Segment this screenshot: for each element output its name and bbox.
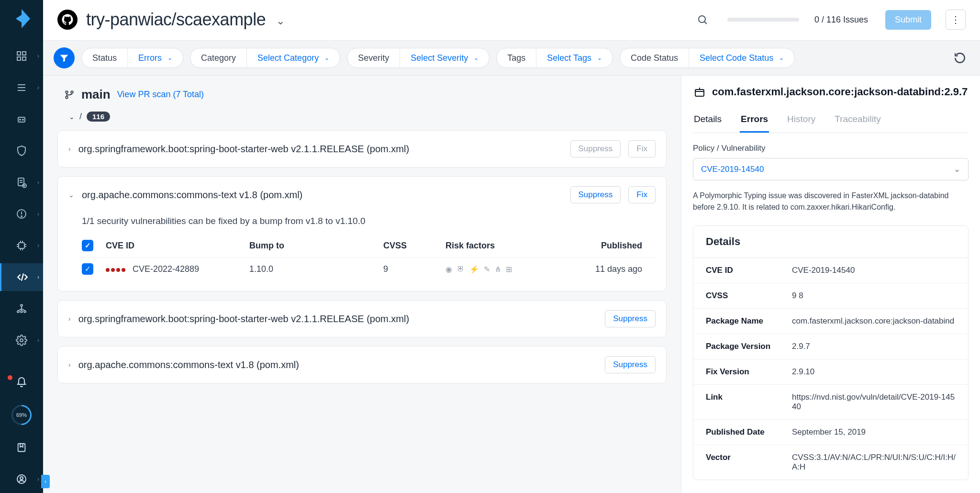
severity-dots-icon [106, 268, 125, 272]
suppress-button[interactable]: Suppress [605, 356, 656, 373]
detail-key: Package Name [706, 316, 792, 326]
suppress-button[interactable]: Suppress [570, 140, 621, 157]
nav-item-doc-check[interactable]: › [0, 168, 43, 196]
search-icon[interactable] [696, 13, 709, 26]
svg-point-37 [699, 16, 705, 22]
svg-rect-1 [17, 52, 21, 55]
tab-traceability[interactable]: Traceability [834, 111, 881, 133]
filter-severity-value[interactable]: Select Severity [411, 53, 468, 63]
repo-title[interactable]: try-panwiac/scaexample [86, 10, 266, 30]
chevron-down-icon: ⌄ [954, 164, 960, 174]
policy-label: Policy / Vulnerability [693, 144, 969, 153]
filter-category: Category Select Category⌄ [190, 48, 340, 68]
package-name[interactable]: org.apache.commons:commons-text v1.8 (po… [78, 359, 598, 370]
detail-key: Fix Version [706, 367, 792, 377]
tab-details[interactable]: Details [693, 111, 723, 133]
nav-item-dashboard[interactable]: › [0, 42, 43, 70]
fix-button[interactable]: Fix [628, 140, 656, 157]
table-row[interactable]: ✓ CVE-2022-42889 1.10.0 9 ◉⛨⚡✎⋔⊞ [78, 258, 656, 280]
svg-point-40 [66, 96, 68, 99]
view-pr-scan-link[interactable]: View PR scan (7 Total) [117, 90, 204, 100]
svg-marker-0 [16, 9, 30, 28]
svg-point-29 [21, 311, 22, 313]
detail-value: 9 8 [792, 291, 956, 301]
detail-value: com.fasterxml.jackson.core:jackson-datab… [792, 316, 956, 326]
filter-code-status-label: Code Status [631, 53, 678, 63]
filter-toggle-button[interactable] [54, 47, 75, 68]
fix-button[interactable]: Fix [628, 186, 656, 203]
nav-item-code[interactable]: › [0, 263, 43, 291]
filter-severity-label: Severity [358, 53, 389, 63]
suppress-button[interactable]: Suppress [605, 310, 656, 327]
col-risk: Risk factors [445, 241, 541, 251]
package-icon [693, 85, 706, 99]
svg-point-28 [24, 311, 26, 313]
detail-value: https://nvd.nist.gov/vuln/detail/CVE-201… [792, 392, 956, 412]
chevron-right-icon[interactable]: › [68, 145, 71, 153]
filter-code-status-value[interactable]: Select Code Status [700, 53, 773, 63]
nav-item-settings[interactable]: › [0, 326, 43, 354]
row-checkbox[interactable]: ✓ [82, 263, 93, 275]
chevron-down-icon[interactable]: ⌄ [68, 191, 74, 199]
filter-tags-value[interactable]: Select Tags [547, 53, 591, 63]
github-icon [57, 10, 78, 30]
policy-select[interactable]: CVE-2019-14540 ⌄ [693, 158, 969, 180]
cve-id: CVE-2022-42889 [133, 264, 199, 274]
submit-button[interactable]: Submit [885, 10, 931, 30]
vulnerability-table: ✓ CVE ID Bump to CVSS Risk factors Publi… [78, 234, 656, 280]
nav-item-account[interactable]: › [0, 465, 43, 493]
repo-dropdown-caret[interactable]: ⌄ [276, 15, 285, 27]
nav-item-bot[interactable] [0, 105, 43, 133]
chevron-down-icon: ⌄ [69, 113, 75, 121]
filter-status-label: Status [92, 53, 117, 63]
reset-filters-button[interactable] [950, 48, 969, 67]
package-name[interactable]: org.springframework.boot:spring-boot-sta… [78, 314, 598, 325]
package-name[interactable]: org.apache.commons:commons-text v1.8 (po… [82, 190, 563, 201]
detail-key: CVE ID [706, 266, 792, 275]
nav-item-shield[interactable] [0, 137, 43, 165]
kebab-icon: ⋮ [951, 15, 960, 24]
nav-item-notifications[interactable] [0, 369, 43, 396]
detail-value: CVSS:3.1/AV:N/AC:L/PR:N/UI:N/S:U/C:H/I:H… [792, 453, 956, 472]
filter-status-value[interactable]: Errors [138, 53, 162, 63]
svg-rect-4 [22, 57, 26, 60]
nav-item-bookmark[interactable] [0, 434, 43, 461]
chevron-right-icon[interactable]: › [68, 361, 71, 369]
branch-name[interactable]: main [81, 87, 111, 102]
filter-tags-label: Tags [507, 53, 525, 63]
svg-point-10 [22, 119, 23, 120]
breadcrumb[interactable]: ⌄ / 116 [57, 112, 667, 122]
filter-severity: Severity Select Severity⌄ [347, 48, 490, 68]
nav-item-chip[interactable]: › [0, 232, 43, 259]
package-name[interactable]: org.springframework.boot:spring-boot-sta… [78, 144, 563, 155]
chevron-right-icon[interactable]: › [68, 315, 71, 323]
filter-status: Status Errors⌄ [81, 48, 183, 68]
svg-line-38 [704, 22, 707, 24]
svg-rect-16 [19, 243, 24, 248]
detail-value: 2.9.10 [792, 367, 956, 377]
select-all-checkbox[interactable]: ✓ [82, 240, 93, 251]
more-menu-button[interactable]: ⋮ [946, 10, 966, 30]
filter-category-value[interactable]: Select Category [257, 53, 319, 63]
nav-gauge[interactable]: 69% [7, 401, 35, 429]
vulnerability-description: A Polymorphic Typing issue was discovere… [693, 190, 969, 213]
suppress-button[interactable]: Suppress [570, 186, 621, 203]
issues-progress-bar [727, 18, 799, 22]
nav-expand-tab[interactable]: › [41, 475, 50, 488]
package-card: ⌄ org.apache.commons:commons-text v1.8 (… [57, 176, 667, 291]
nav-item-list[interactable]: › [0, 74, 43, 101]
tab-errors[interactable]: Errors [740, 111, 769, 133]
breadcrumb-count: 116 [87, 112, 110, 122]
published-date: 11 days ago [541, 264, 652, 274]
issues-count: 0 / 116 Issues [814, 15, 868, 25]
svg-point-36 [20, 477, 23, 480]
breadcrumb-sep: / [79, 112, 82, 122]
svg-rect-34 [18, 444, 25, 452]
nav-item-alert[interactable]: › [0, 200, 43, 228]
eye-icon: ◉ [445, 265, 452, 274]
tab-history[interactable]: History [786, 111, 816, 133]
detail-key: CVSS [706, 291, 792, 301]
svg-line-25 [21, 273, 23, 280]
nav-item-network[interactable] [0, 295, 43, 323]
detail-value: 2.9.7 [792, 342, 956, 351]
